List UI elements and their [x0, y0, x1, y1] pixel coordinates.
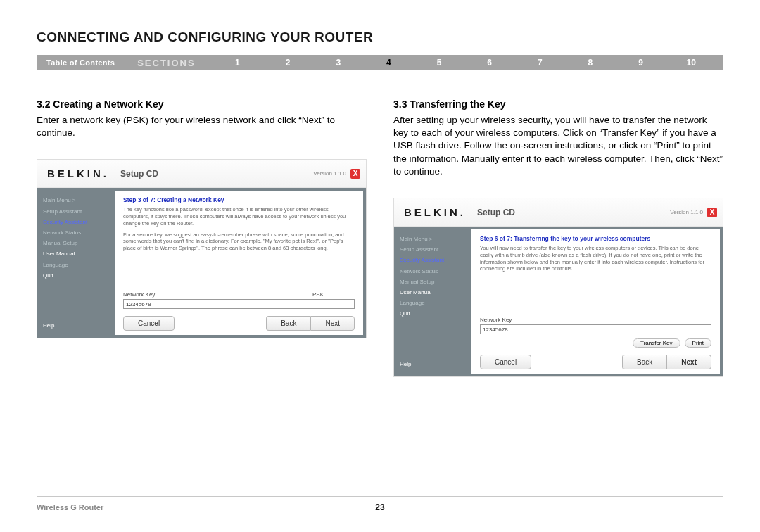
menu-language[interactable]: Language [43, 260, 109, 270]
network-key-display[interactable]: 12345678 [480, 324, 711, 334]
footer-product: Wireless G Router [37, 503, 375, 512]
next-button[interactable]: Next [310, 316, 355, 331]
menu-manual-setup[interactable]: Manual Setup [43, 238, 109, 248]
step-text-right-1: You will now need to transfer the key to… [480, 245, 711, 272]
menu-main[interactable]: Main Menu > [43, 195, 109, 205]
step-text-left-2: For a secure key, we suggest an easy-to-… [123, 232, 355, 252]
menu-language[interactable]: Language [400, 298, 466, 308]
version-label: Version 1.1.0 [313, 170, 350, 177]
nav-4[interactable]: 4 [364, 58, 414, 68]
nav-6[interactable]: 6 [464, 58, 515, 68]
nav-8[interactable]: 8 [565, 58, 616, 68]
menu-help[interactable]: Help [400, 359, 466, 369]
heading-3-3: 3.3 Transferring the Key [393, 99, 723, 110]
nav-1[interactable]: 1 [213, 58, 263, 68]
nav-3[interactable]: 3 [313, 58, 364, 68]
menu-manual-setup[interactable]: Manual Setup [400, 277, 466, 287]
heading-3-2: 3.2 Creating a Network Key [37, 99, 367, 110]
label-network-key: Network Key [480, 317, 711, 323]
cancel-button[interactable]: Cancel [480, 355, 531, 369]
screenshot-right: BELKIN. Setup CD Version 1.1.0 X Main Me… [393, 198, 723, 377]
transfer-key-button[interactable]: Transfer Key [633, 338, 680, 348]
nav-sections-label: SECTIONS [125, 58, 212, 68]
version-label: Version 1.1.0 [670, 209, 707, 215]
label-psk: PSK [312, 291, 355, 298]
back-button[interactable]: Back [266, 316, 310, 331]
nav-9[interactable]: 9 [616, 58, 666, 68]
menu-setup-assistant[interactable]: Setup Assistant [400, 244, 466, 255]
step-title-left: Step 3 of 7: Creating a Network Key [123, 196, 355, 203]
menu-network-status[interactable]: Network Status [43, 227, 109, 238]
body-3-2: Enter a network key (PSK) for your wirel… [37, 114, 367, 139]
setup-cd-label: Setup CD [106, 169, 313, 179]
menu-network-status[interactable]: Network Status [400, 266, 466, 277]
body-3-3: After setting up your wireless security,… [393, 114, 723, 178]
cancel-button[interactable]: Cancel [123, 316, 175, 331]
next-button[interactable]: Next [666, 355, 711, 369]
footer-page-number: 23 [375, 502, 384, 512]
nav-10[interactable]: 10 [666, 58, 723, 68]
nav-toc[interactable]: Table of Contents [37, 58, 125, 67]
page-footer: Wireless G Router 23 [37, 496, 723, 512]
sidebar: Main Menu > Setup Assistant Security Ass… [37, 188, 115, 338]
label-network-key: Network Key [123, 291, 312, 298]
brand-logo: BELKIN. [37, 167, 106, 179]
menu-user-manual[interactable]: User Manual [43, 248, 109, 259]
brand-logo: BELKIN. [394, 206, 463, 218]
menu-security-assistant[interactable]: Security Assistant [43, 217, 109, 227]
screenshot-left: BELKIN. Setup CD Version 1.1.0 X Main Me… [37, 159, 367, 338]
step-text-left-1: The key functions like a password, excep… [123, 206, 355, 227]
menu-quit[interactable]: Quit [43, 270, 109, 281]
menu-setup-assistant[interactable]: Setup Assistant [43, 206, 109, 217]
menu-main[interactable]: Main Menu > [400, 234, 466, 244]
menu-security-assistant[interactable]: Security Assistant [400, 255, 466, 265]
close-icon[interactable]: X [707, 208, 717, 217]
nav-5[interactable]: 5 [414, 58, 464, 68]
close-icon[interactable]: X [350, 169, 360, 179]
back-button[interactable]: Back [622, 355, 666, 369]
sidebar: Main Menu > Setup Assistant Security Ass… [394, 227, 471, 376]
print-button[interactable]: Print [685, 338, 711, 348]
network-key-input[interactable]: 12345678 [123, 299, 355, 309]
menu-quit[interactable]: Quit [400, 308, 466, 319]
nav-7[interactable]: 7 [514, 58, 565, 68]
step-title-right: Step 6 of 7: Transferring the key to you… [480, 235, 711, 242]
menu-user-manual[interactable]: User Manual [400, 287, 466, 298]
nav-2[interactable]: 2 [262, 58, 313, 68]
menu-help[interactable]: Help [43, 320, 109, 331]
section-navbar: Table of Contents SECTIONS 1 2 3 4 5 6 7… [37, 55, 723, 70]
setup-cd-label: Setup CD [463, 208, 670, 217]
page-title: CONNECTING AND CONFIGURING YOUR ROUTER [37, 30, 723, 45]
